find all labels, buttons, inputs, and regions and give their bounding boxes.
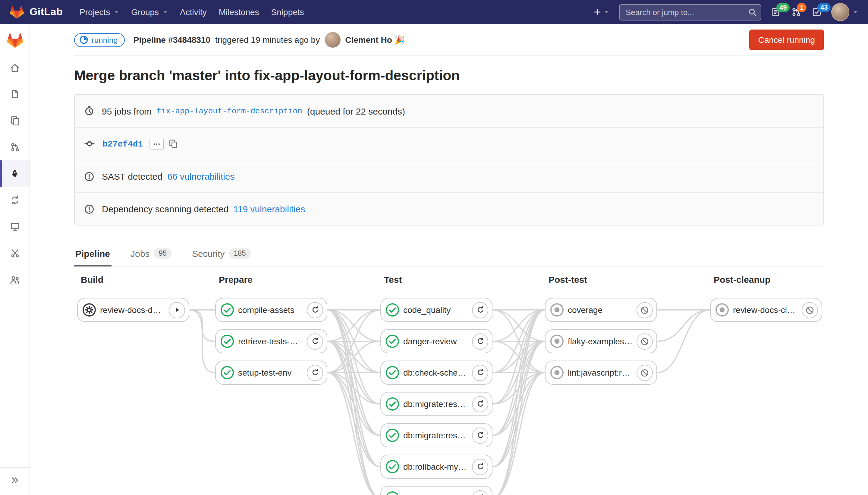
- job-name: retrieve-tests-…: [238, 337, 302, 346]
- job-name: db:check-sche…: [403, 368, 468, 377]
- nav-item-label: Groups: [131, 7, 159, 17]
- retry-button[interactable]: [472, 302, 488, 318]
- pipeline-header-row: running Pipeline #34848310 triggered 19 …: [74, 24, 824, 56]
- timer-icon: [84, 106, 94, 116]
- author-name[interactable]: Clement Ho 🎉: [345, 35, 405, 45]
- sidebar-item-file[interactable]: [0, 81, 30, 107]
- sidebar-item-issues[interactable]: [0, 107, 30, 134]
- nav-counters: 49143: [771, 7, 821, 17]
- issues-button[interactable]: 49: [771, 7, 781, 17]
- nav-item-activity[interactable]: Activity: [174, 0, 213, 24]
- pipeline-info-box: 95 jobs from fix-app-layout-form-descrip…: [74, 94, 824, 225]
- sidebar-expand-button[interactable]: [0, 467, 30, 493]
- status-success-icon: [386, 460, 399, 473]
- tab-security[interactable]: Security185: [191, 240, 251, 267]
- sidebar-item-merge-request[interactable]: [0, 134, 30, 160]
- job-pill[interactable]: db:rollback-my…: [380, 455, 492, 479]
- new-menu-button[interactable]: [593, 8, 609, 16]
- job-pill[interactable]: lint:javascript:r…: [545, 361, 657, 385]
- search-input[interactable]: [619, 4, 761, 20]
- play-button[interactable]: [169, 302, 185, 318]
- status-success-icon: [386, 397, 399, 411]
- nav-item-projects[interactable]: Projects: [73, 0, 125, 24]
- sidebar-logo[interactable]: [0, 24, 30, 54]
- job-pill[interactable]: compile-assets: [215, 298, 327, 322]
- scissors-icon: [10, 249, 20, 258]
- cancel-running-button[interactable]: Cancel running: [749, 30, 824, 50]
- cancel-button[interactable]: [802, 302, 818, 318]
- status-success-icon: [386, 303, 399, 317]
- tab-jobs[interactable]: Jobs95: [129, 240, 173, 267]
- dependency-vulnerabilities-link[interactable]: 119 vulnerabilities: [233, 204, 305, 214]
- job-name: review-docs-d…: [100, 305, 164, 315]
- sidebar-item-scissors[interactable]: [0, 240, 30, 267]
- gitlab-logo[interactable]: GitLab: [10, 5, 63, 19]
- todos-button[interactable]: 43: [812, 7, 821, 17]
- commit-sha-link[interactable]: b27ef4d1: [103, 139, 143, 149]
- job-pill[interactable]: review-docs-d…: [77, 298, 189, 322]
- status-success-icon: [386, 491, 399, 495]
- running-spinner-icon: [80, 36, 88, 44]
- warning-icon: [84, 204, 94, 214]
- job-pill[interactable]: flaky-examples…: [545, 329, 657, 353]
- status-success-icon: [221, 303, 234, 317]
- nav-item-groups[interactable]: Groups: [125, 0, 174, 24]
- chevron-down-icon: [852, 9, 858, 15]
- navbar-right: 49143: [593, 3, 858, 21]
- sidebar-item-rocket[interactable]: [0, 160, 30, 187]
- job-pill[interactable]: coverage: [545, 298, 657, 322]
- nav-item-milestones[interactable]: Milestones: [213, 0, 265, 24]
- job-pill[interactable]: db:migrate:res…: [380, 423, 492, 447]
- pipeline-status-badge[interactable]: running: [74, 33, 125, 47]
- retry-button[interactable]: [307, 333, 323, 349]
- chevrons-right-icon: [10, 476, 19, 485]
- commit-description-toggle[interactable]: [150, 138, 164, 149]
- home-icon: [10, 63, 20, 73]
- nav-item-label: Projects: [80, 7, 110, 17]
- retry-button[interactable]: [472, 490, 488, 495]
- job-pill[interactable]: [380, 486, 492, 495]
- job-pill[interactable]: retrieve-tests-…: [215, 329, 327, 353]
- stage-header-prepare: Prepare: [219, 274, 253, 285]
- sidebar-item-monitor[interactable]: [0, 214, 30, 240]
- sast-vulnerabilities-link[interactable]: 66 vulnerabilities: [167, 171, 235, 182]
- retry-button[interactable]: [472, 396, 488, 412]
- author-avatar[interactable]: [325, 32, 340, 48]
- monitor-icon: [10, 222, 20, 232]
- retry-button[interactable]: [472, 459, 488, 475]
- status-created-icon: [550, 303, 563, 317]
- job-pill[interactable]: setup-test-env: [215, 361, 327, 385]
- retry-button[interactable]: [307, 364, 323, 381]
- chevron-down-icon: [113, 9, 119, 15]
- job-name: db:migrate:res…: [403, 430, 468, 440]
- copy-commit-sha-button[interactable]: [169, 139, 178, 148]
- job-pill[interactable]: db:check-sche…: [380, 361, 492, 385]
- nav-item-snippets[interactable]: Snippets: [265, 0, 310, 24]
- status-success-icon: [386, 366, 399, 379]
- gitlab-app: GitLab ProjectsGroupsActivityMilestonesS…: [0, 0, 868, 495]
- chevron-down-icon: [162, 9, 168, 15]
- sidebar-item-sync[interactable]: [0, 187, 30, 214]
- job-pill[interactable]: code_quality: [380, 298, 492, 322]
- job-pill[interactable]: danger-review: [380, 329, 492, 353]
- job-pill[interactable]: review-docs-cl…: [710, 298, 822, 322]
- retry-button[interactable]: [472, 364, 488, 381]
- tanuki-icon: [10, 5, 24, 19]
- sidebar-item-users[interactable]: [0, 267, 30, 293]
- retry-button[interactable]: [307, 302, 323, 318]
- merge-requests-button[interactable]: 1: [792, 7, 801, 17]
- retry-button[interactable]: [472, 333, 488, 349]
- branch-link[interactable]: fix-app-layout-form-description: [156, 106, 302, 116]
- sidebar-item-home[interactable]: [0, 54, 30, 81]
- commit-title: Merge branch 'master' into fix-app-layou…: [74, 68, 824, 84]
- job-pill[interactable]: db:migrate:res…: [380, 392, 492, 416]
- job-name: db:rollback-my…: [403, 462, 468, 472]
- pipeline-tabs: PipelineJobs95Security185: [74, 240, 824, 267]
- retry-button[interactable]: [472, 427, 488, 443]
- user-menu-button[interactable]: [831, 3, 858, 21]
- cancel-button[interactable]: [637, 333, 653, 349]
- cancel-button[interactable]: [637, 364, 653, 381]
- tab-count-badge: 95: [154, 248, 172, 259]
- tab-pipeline[interactable]: Pipeline: [74, 240, 111, 267]
- cancel-button[interactable]: [637, 302, 653, 318]
